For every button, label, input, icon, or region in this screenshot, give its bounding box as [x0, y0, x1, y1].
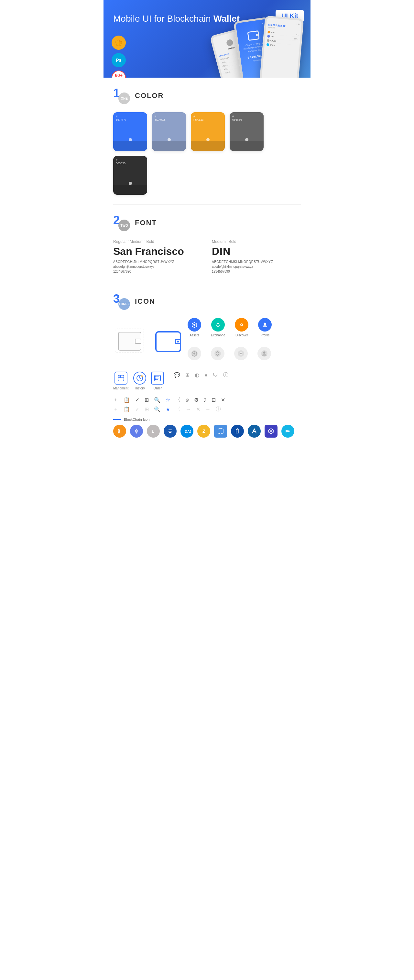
icon-history: ! History — [133, 372, 146, 390]
close-icon: ✕ — [221, 397, 225, 403]
svg-point-10 — [241, 324, 242, 325]
plus-gray-icon: ＋ — [113, 406, 118, 413]
edit-doc-icon: 📋 — [124, 397, 130, 403]
polymath-icon — [264, 425, 277, 438]
svg-point-33 — [155, 377, 156, 377]
font-din-nums: 1234567890 — [212, 270, 301, 273]
nav-icon-assets: Assets — [188, 318, 201, 337]
assets-icon — [188, 318, 201, 331]
svg-point-15 — [193, 353, 195, 355]
star-icon: ☆ — [166, 397, 170, 403]
svg-point-6 — [193, 324, 195, 326]
order-label: Order — [153, 387, 162, 390]
font-sf-name: San Francisco — [113, 245, 202, 258]
swatch-blue: #3574FA — [113, 112, 147, 151]
nav-icon-assets-gray — [188, 347, 201, 360]
svg-point-12 — [264, 323, 266, 325]
stellar-icon — [282, 425, 295, 438]
color-section-header: 1 ONE COLOR — [113, 88, 301, 104]
phone-right: + ⚙ $ 6,297,502.12 myWallet BTC 738... E… — [260, 16, 304, 78]
ps-badge: Ps — [111, 53, 126, 67]
edit-doc-gray-icon: 📋 — [124, 406, 130, 412]
ardor-icon — [248, 425, 261, 438]
lisk-icon — [231, 425, 244, 438]
nav-icons-gray — [188, 347, 272, 360]
font-sf-nums: 1234567890 — [113, 270, 202, 273]
hero-badges: Ps 60+Screens — [111, 36, 126, 78]
icon-construction — [113, 327, 149, 356]
check-icon: ✓ — [135, 397, 139, 403]
nav-icon-profile-gray — [258, 347, 271, 360]
share-gray-icon: ↔ — [186, 407, 191, 412]
assets-gray-icon — [188, 347, 201, 360]
font-section-header: 2 TWO FONT — [113, 215, 301, 231]
stratis-icon — [164, 425, 177, 438]
sketch-badge — [111, 36, 126, 50]
utility-icons-gray-row: ＋ 📋 ✓ ⊞ 🔍 ★ 〈 ↔ ✕ → ⓘ — [113, 406, 301, 413]
color-swatches: #3574FA #8DA0C8 #F5A623 #666666 #303030 — [113, 112, 301, 195]
font-din: Medium ' Bold DIN ABCDEFGHIJKLMNOPQRSTUV… — [212, 239, 301, 273]
scan-icon: ⊡ — [212, 397, 216, 403]
icon-construction-row: Assets Exchange — [113, 318, 301, 365]
icon-section-header: 3 THREE ICON — [113, 293, 301, 310]
icon-section-title: ICON — [135, 297, 155, 305]
export-icon: ⤴ — [204, 397, 206, 403]
plus-icon: ＋ — [113, 396, 118, 403]
dash-icon: DASH — [180, 425, 193, 438]
svg-point-35 — [155, 379, 156, 380]
font-section-title: FONT — [135, 219, 157, 227]
color-section-number: 1 ONE — [113, 88, 130, 104]
swatch-mid-gray: #666666 — [230, 112, 264, 151]
qr-gray-icon: ⊞ — [145, 406, 149, 412]
color-section-title: COLOR — [135, 92, 164, 100]
layers-icon: ⊞ — [185, 372, 189, 378]
profile-label: Profile — [260, 334, 269, 337]
svg-rect-23 — [118, 375, 121, 378]
phone-mockups: ⚙ Profile ▪ Mangment ▪ Message ▪ Noti...… — [188, 10, 310, 78]
utility-icons-row: ＋ 📋 ✓ ⊞ 🔍 ☆ 〈 ⎋ ⚙ ⤴ ⊡ ✕ — [113, 396, 301, 403]
history-icon: ! — [133, 372, 146, 385]
font-sf-upper: ABCDEFGHIJKLMNOPQRSTUVWXYZ — [113, 260, 202, 264]
search-gray-icon: 🔍 — [154, 406, 161, 412]
arrow-right-gray-icon: → — [205, 407, 210, 412]
management-icon — [115, 372, 127, 385]
svg-text:Z: Z — [202, 428, 205, 434]
color-section: 1 ONE COLOR #3574FA #8DA0C8 #F5A623 #666… — [104, 78, 310, 204]
bitcoin-icon: ₿ — [113, 425, 126, 438]
icon-section-number: 3 THREE — [113, 293, 130, 310]
svg-point-21 — [263, 352, 266, 354]
zcash-icon: Z — [197, 425, 210, 438]
message-icon: 🗨 — [213, 372, 218, 378]
font-number-circle: TWO — [118, 220, 130, 231]
order-icon — [151, 372, 164, 385]
font-din-name: DIN — [212, 245, 301, 258]
search-icon: 🔍 — [154, 397, 161, 403]
icon-wallet-blue-container — [155, 331, 181, 352]
swatch-gray-blue: #8DA0C8 — [152, 112, 186, 151]
swatch-orange: #F5A623 — [191, 112, 225, 151]
litecoin-icon: Ł — [147, 425, 160, 438]
half-circle-icon: ◐ — [195, 372, 199, 378]
font-din-upper: ABCDEFGHIJKLMNOPQRSTUVWXYZ — [212, 260, 301, 264]
blockchain-label: BlockChain Icon — [113, 418, 301, 422]
nav-icons-group: Assets Exchange — [188, 318, 272, 365]
color-number-circle: ONE — [118, 92, 130, 104]
svg-text:Ł: Ł — [152, 429, 154, 434]
discover-gray-icon — [234, 347, 248, 360]
icon-management: Mangment — [113, 372, 128, 390]
font-grid: Regular ' Medium ' Bold San Francisco AB… — [113, 239, 301, 273]
icon-order: Order — [151, 372, 164, 390]
chevron-left-icon: 〈 — [175, 396, 180, 403]
exchange-label: Exchange — [211, 334, 225, 337]
x-gray-icon: ✕ — [196, 406, 200, 412]
qr-icon: ⊞ — [145, 397, 149, 403]
ethereum-icon — [130, 425, 143, 438]
svg-point-57 — [270, 430, 272, 432]
assets-label: Assets — [189, 334, 199, 337]
nav-icon-discover: Discover — [235, 318, 248, 337]
hero-section: Mobile UI for Blockchain Wallet UI Kit P… — [104, 0, 310, 78]
check-gray-icon: ✓ — [135, 406, 139, 412]
app-icons-row: Mangment ! History — [113, 372, 301, 390]
icon-section: 3 THREE ICON — [104, 283, 310, 447]
profile-icon — [258, 318, 272, 331]
